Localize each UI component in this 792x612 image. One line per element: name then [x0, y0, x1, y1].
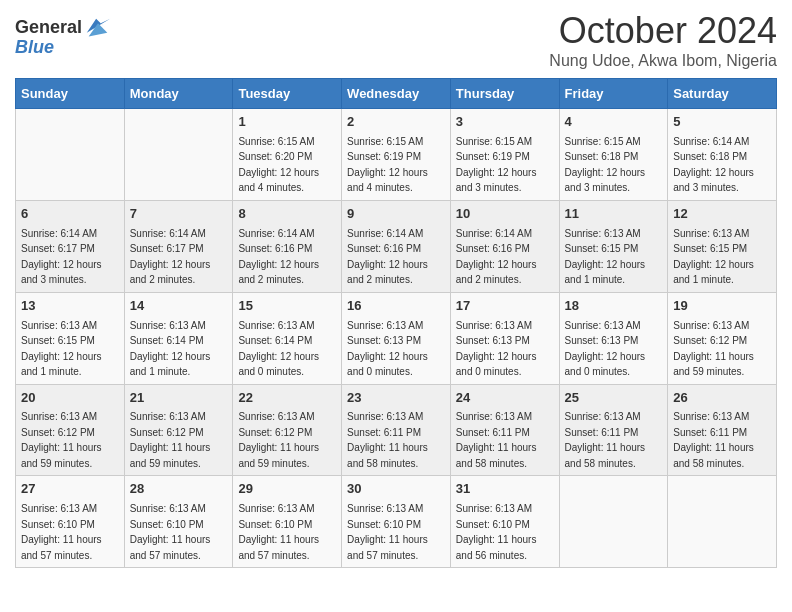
day-number: 11	[565, 205, 663, 224]
day-number: 6	[21, 205, 119, 224]
day-number: 8	[238, 205, 336, 224]
calendar-cell: 2Sunrise: 6:15 AMSunset: 6:19 PMDaylight…	[342, 109, 451, 201]
day-info: Sunrise: 6:13 AMSunset: 6:13 PMDaylight:…	[565, 320, 646, 378]
calendar-cell: 26Sunrise: 6:13 AMSunset: 6:11 PMDayligh…	[668, 384, 777, 476]
day-info: Sunrise: 6:15 AMSunset: 6:20 PMDaylight:…	[238, 136, 319, 194]
day-number: 9	[347, 205, 445, 224]
header-sunday: Sunday	[16, 79, 125, 109]
calendar-cell: 19Sunrise: 6:13 AMSunset: 6:12 PMDayligh…	[668, 292, 777, 384]
day-number: 3	[456, 113, 554, 132]
day-info: Sunrise: 6:13 AMSunset: 6:10 PMDaylight:…	[130, 503, 211, 561]
day-number: 29	[238, 480, 336, 499]
day-number: 1	[238, 113, 336, 132]
calendar-cell: 21Sunrise: 6:13 AMSunset: 6:12 PMDayligh…	[124, 384, 233, 476]
calendar-cell	[668, 476, 777, 568]
header-saturday: Saturday	[668, 79, 777, 109]
day-number: 30	[347, 480, 445, 499]
day-number: 23	[347, 389, 445, 408]
calendar-cell: 4Sunrise: 6:15 AMSunset: 6:18 PMDaylight…	[559, 109, 668, 201]
header-tuesday: Tuesday	[233, 79, 342, 109]
title-area: October 2024 Nung Udoe, Akwa Ibom, Niger…	[549, 10, 777, 70]
day-number: 7	[130, 205, 228, 224]
day-info: Sunrise: 6:13 AMSunset: 6:11 PMDaylight:…	[673, 411, 754, 469]
day-info: Sunrise: 6:13 AMSunset: 6:11 PMDaylight:…	[456, 411, 537, 469]
day-number: 13	[21, 297, 119, 316]
location-title: Nung Udoe, Akwa Ibom, Nigeria	[549, 52, 777, 70]
calendar-header-row: SundayMondayTuesdayWednesdayThursdayFrid…	[16, 79, 777, 109]
calendar-cell: 17Sunrise: 6:13 AMSunset: 6:13 PMDayligh…	[450, 292, 559, 384]
calendar-week-row: 6Sunrise: 6:14 AMSunset: 6:17 PMDaylight…	[16, 200, 777, 292]
day-info: Sunrise: 6:13 AMSunset: 6:12 PMDaylight:…	[130, 411, 211, 469]
day-number: 31	[456, 480, 554, 499]
calendar-cell: 31Sunrise: 6:13 AMSunset: 6:10 PMDayligh…	[450, 476, 559, 568]
day-info: Sunrise: 6:15 AMSunset: 6:19 PMDaylight:…	[456, 136, 537, 194]
calendar-cell: 30Sunrise: 6:13 AMSunset: 6:10 PMDayligh…	[342, 476, 451, 568]
logo: General Blue	[15, 14, 112, 58]
calendar-cell: 23Sunrise: 6:13 AMSunset: 6:11 PMDayligh…	[342, 384, 451, 476]
month-title: October 2024	[549, 10, 777, 52]
day-info: Sunrise: 6:13 AMSunset: 6:15 PMDaylight:…	[21, 320, 102, 378]
day-number: 12	[673, 205, 771, 224]
day-info: Sunrise: 6:13 AMSunset: 6:10 PMDaylight:…	[456, 503, 537, 561]
calendar-cell: 11Sunrise: 6:13 AMSunset: 6:15 PMDayligh…	[559, 200, 668, 292]
calendar-cell: 27Sunrise: 6:13 AMSunset: 6:10 PMDayligh…	[16, 476, 125, 568]
day-info: Sunrise: 6:13 AMSunset: 6:15 PMDaylight:…	[673, 228, 754, 286]
calendar-table: SundayMondayTuesdayWednesdayThursdayFrid…	[15, 78, 777, 568]
day-number: 14	[130, 297, 228, 316]
day-info: Sunrise: 6:13 AMSunset: 6:14 PMDaylight:…	[130, 320, 211, 378]
calendar-cell: 29Sunrise: 6:13 AMSunset: 6:10 PMDayligh…	[233, 476, 342, 568]
calendar-cell	[559, 476, 668, 568]
day-number: 20	[21, 389, 119, 408]
day-info: Sunrise: 6:14 AMSunset: 6:16 PMDaylight:…	[456, 228, 537, 286]
calendar-cell: 22Sunrise: 6:13 AMSunset: 6:12 PMDayligh…	[233, 384, 342, 476]
day-number: 19	[673, 297, 771, 316]
calendar-cell: 20Sunrise: 6:13 AMSunset: 6:12 PMDayligh…	[16, 384, 125, 476]
calendar-cell: 13Sunrise: 6:13 AMSunset: 6:15 PMDayligh…	[16, 292, 125, 384]
calendar-cell: 6Sunrise: 6:14 AMSunset: 6:17 PMDaylight…	[16, 200, 125, 292]
day-info: Sunrise: 6:14 AMSunset: 6:17 PMDaylight:…	[21, 228, 102, 286]
day-number: 17	[456, 297, 554, 316]
day-info: Sunrise: 6:13 AMSunset: 6:14 PMDaylight:…	[238, 320, 319, 378]
day-number: 18	[565, 297, 663, 316]
day-info: Sunrise: 6:14 AMSunset: 6:16 PMDaylight:…	[347, 228, 428, 286]
page-header: General Blue October 2024 Nung Udoe, Akw…	[15, 10, 777, 70]
logo-text: General	[15, 18, 82, 38]
calendar-cell: 12Sunrise: 6:13 AMSunset: 6:15 PMDayligh…	[668, 200, 777, 292]
header-monday: Monday	[124, 79, 233, 109]
day-number: 26	[673, 389, 771, 408]
day-number: 2	[347, 113, 445, 132]
day-info: Sunrise: 6:13 AMSunset: 6:11 PMDaylight:…	[347, 411, 428, 469]
day-number: 25	[565, 389, 663, 408]
calendar-week-row: 1Sunrise: 6:15 AMSunset: 6:20 PMDaylight…	[16, 109, 777, 201]
day-info: Sunrise: 6:13 AMSunset: 6:10 PMDaylight:…	[347, 503, 428, 561]
header-friday: Friday	[559, 79, 668, 109]
calendar-week-row: 13Sunrise: 6:13 AMSunset: 6:15 PMDayligh…	[16, 292, 777, 384]
day-number: 28	[130, 480, 228, 499]
day-info: Sunrise: 6:13 AMSunset: 6:15 PMDaylight:…	[565, 228, 646, 286]
calendar-cell: 3Sunrise: 6:15 AMSunset: 6:19 PMDaylight…	[450, 109, 559, 201]
calendar-cell: 28Sunrise: 6:13 AMSunset: 6:10 PMDayligh…	[124, 476, 233, 568]
header-wednesday: Wednesday	[342, 79, 451, 109]
calendar-cell: 9Sunrise: 6:14 AMSunset: 6:16 PMDaylight…	[342, 200, 451, 292]
day-info: Sunrise: 6:13 AMSunset: 6:13 PMDaylight:…	[347, 320, 428, 378]
day-info: Sunrise: 6:15 AMSunset: 6:18 PMDaylight:…	[565, 136, 646, 194]
day-info: Sunrise: 6:13 AMSunset: 6:10 PMDaylight:…	[21, 503, 102, 561]
day-info: Sunrise: 6:14 AMSunset: 6:17 PMDaylight:…	[130, 228, 211, 286]
day-info: Sunrise: 6:14 AMSunset: 6:16 PMDaylight:…	[238, 228, 319, 286]
calendar-cell: 10Sunrise: 6:14 AMSunset: 6:16 PMDayligh…	[450, 200, 559, 292]
logo-blue-text: Blue	[15, 38, 54, 58]
day-number: 5	[673, 113, 771, 132]
calendar-cell: 18Sunrise: 6:13 AMSunset: 6:13 PMDayligh…	[559, 292, 668, 384]
day-info: Sunrise: 6:13 AMSunset: 6:12 PMDaylight:…	[673, 320, 754, 378]
day-number: 21	[130, 389, 228, 408]
day-info: Sunrise: 6:13 AMSunset: 6:11 PMDaylight:…	[565, 411, 646, 469]
calendar-cell: 25Sunrise: 6:13 AMSunset: 6:11 PMDayligh…	[559, 384, 668, 476]
day-info: Sunrise: 6:13 AMSunset: 6:12 PMDaylight:…	[21, 411, 102, 469]
calendar-week-row: 20Sunrise: 6:13 AMSunset: 6:12 PMDayligh…	[16, 384, 777, 476]
day-info: Sunrise: 6:13 AMSunset: 6:12 PMDaylight:…	[238, 411, 319, 469]
calendar-cell	[16, 109, 125, 201]
day-number: 10	[456, 205, 554, 224]
calendar-cell: 5Sunrise: 6:14 AMSunset: 6:18 PMDaylight…	[668, 109, 777, 201]
calendar-cell: 15Sunrise: 6:13 AMSunset: 6:14 PMDayligh…	[233, 292, 342, 384]
day-info: Sunrise: 6:13 AMSunset: 6:13 PMDaylight:…	[456, 320, 537, 378]
